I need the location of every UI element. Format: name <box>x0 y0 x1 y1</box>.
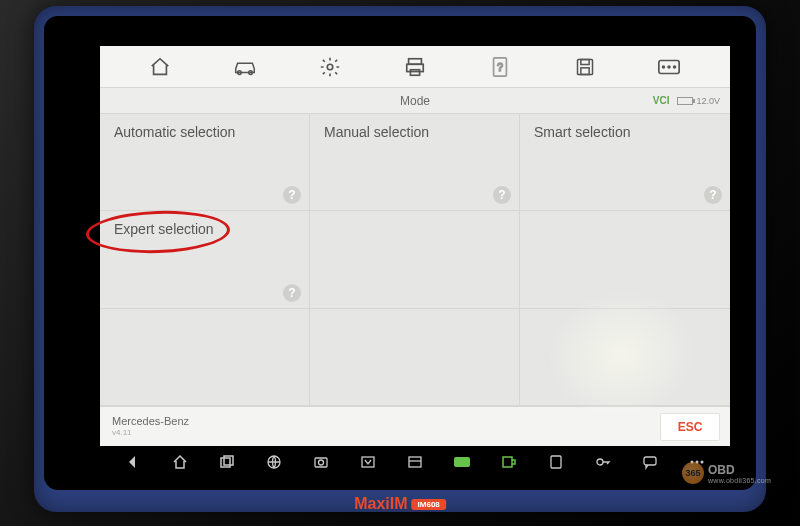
home-icon[interactable] <box>143 52 177 82</box>
device-model-pill: IM608 <box>412 499 446 510</box>
chat-icon[interactable] <box>639 451 661 473</box>
svg-rect-5 <box>410 69 419 75</box>
help-doc-icon[interactable]: ? <box>483 52 517 82</box>
svg-rect-3 <box>409 58 422 64</box>
car-icon[interactable] <box>228 52 262 82</box>
svg-rect-10 <box>580 67 588 74</box>
mode-empty <box>100 309 310 406</box>
help-icon[interactable]: ? <box>283 186 301 204</box>
app-footer: Mercedes-Benz v4.11 ESC <box>100 406 730 446</box>
print-icon[interactable] <box>398 52 432 82</box>
mode-manual-selection[interactable]: Manual selection ? <box>310 114 520 211</box>
battery-status: 12.0V <box>677 96 720 106</box>
svg-text:?: ? <box>497 61 503 72</box>
app-screen: ? Mode VCI <box>100 46 730 446</box>
mode-label: Automatic selection <box>114 124 235 140</box>
svg-rect-23 <box>454 457 470 467</box>
battery-label: 12.0V <box>696 96 720 106</box>
mode-automatic-selection[interactable]: Automatic selection ? <box>100 114 310 211</box>
svg-rect-24 <box>503 457 512 467</box>
gear-icon[interactable] <box>313 52 347 82</box>
vci-status: VCI <box>653 95 670 106</box>
screenshot-icon[interactable] <box>357 451 379 473</box>
mode-empty <box>520 211 730 308</box>
mode-label: Manual selection <box>324 124 429 140</box>
help-icon[interactable]: ? <box>704 186 722 204</box>
android-nav-bar <box>100 448 730 476</box>
mode-empty <box>310 309 520 406</box>
mode-grid: Automatic selection ? Manual selection ?… <box>100 114 730 406</box>
mode-smart-selection[interactable]: Smart selection ? <box>520 114 730 211</box>
mode-expert-selection[interactable]: Expert selection ? <box>100 211 310 308</box>
svg-rect-8 <box>577 59 592 74</box>
svg-point-13 <box>669 66 671 68</box>
diag-icon[interactable] <box>498 451 520 473</box>
watermark: 365 OBD www.obdii365.com <box>682 460 792 486</box>
recents-icon[interactable] <box>216 451 238 473</box>
panel-icon[interactable] <box>404 451 426 473</box>
vehicle-info: Mercedes-Benz v4.11 <box>112 415 189 438</box>
mode-label: Expert selection <box>114 221 214 237</box>
svg-point-14 <box>674 66 676 68</box>
page-title: Mode <box>400 94 430 108</box>
vehicle-version: v4.11 <box>112 428 189 438</box>
vci-nav-icon[interactable] <box>451 451 473 473</box>
device-model-text: MaxiIM <box>354 495 407 513</box>
svg-point-19 <box>319 460 324 465</box>
help-icon[interactable]: ? <box>283 284 301 302</box>
key-icon[interactable] <box>592 451 614 473</box>
svg-rect-20 <box>362 457 374 467</box>
svg-rect-25 <box>551 456 561 468</box>
svg-rect-21 <box>409 457 421 467</box>
breadcrumb-bar: Mode VCI 12.0V <box>100 88 730 114</box>
watermark-url: www.obdii365.com <box>708 477 771 484</box>
camera-icon[interactable] <box>310 451 332 473</box>
back-icon[interactable] <box>122 451 144 473</box>
device-model: MaxiIM IM608 <box>354 495 446 513</box>
vehicle-name: Mercedes-Benz <box>112 415 189 428</box>
svg-rect-9 <box>580 59 588 64</box>
android-home-icon[interactable] <box>169 451 191 473</box>
svg-point-26 <box>597 459 603 465</box>
globe-icon[interactable] <box>263 451 285 473</box>
watermark-badge: 365 <box>682 462 704 484</box>
tablet-device: AUTEL <box>34 6 766 512</box>
svg-point-2 <box>327 64 333 70</box>
mode-label: Smart selection <box>534 124 630 140</box>
watermark-name: OBD <box>708 463 771 477</box>
data-icon[interactable] <box>652 52 686 82</box>
save-icon[interactable] <box>568 52 602 82</box>
tool-icon[interactable] <box>545 451 567 473</box>
tablet-inner: ? Mode VCI <box>44 16 756 490</box>
status-area: VCI 12.0V <box>653 95 720 106</box>
esc-button[interactable]: ESC <box>660 413 720 441</box>
top-toolbar: ? <box>100 46 730 88</box>
mode-empty <box>310 211 520 308</box>
svg-point-12 <box>663 66 665 68</box>
svg-rect-27 <box>644 457 656 465</box>
help-icon[interactable]: ? <box>493 186 511 204</box>
mode-empty <box>520 309 730 406</box>
